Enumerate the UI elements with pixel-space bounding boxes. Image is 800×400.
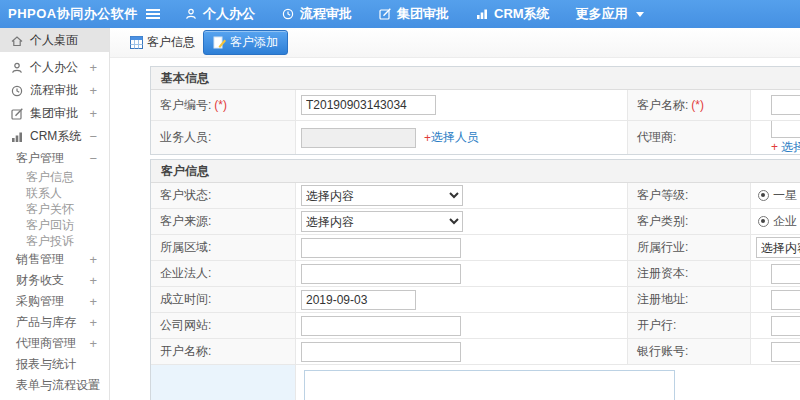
sidebar-item-label: 联系人	[26, 185, 62, 202]
collapse-toggle[interactable]: −	[89, 130, 97, 143]
sidebar-item-customer-management[interactable]: 客户管理 −	[0, 148, 109, 169]
agent-label-cell: 代理商:	[628, 121, 751, 154]
sidebar-item-reports-statistics[interactable]: 报表与统计	[0, 354, 109, 375]
sidebar-item-label: 流程审批	[30, 82, 78, 99]
required-mark: (*)	[691, 98, 704, 112]
sidebar-item-sales-management[interactable]: 销售管理 +	[0, 249, 109, 270]
customer-no-field-cell	[296, 90, 628, 120]
nav-more-apps[interactable]: 更多应用	[576, 5, 644, 23]
website-input[interactable]	[301, 316, 461, 336]
choose-agent-wrap: + 选择代理商	[771, 139, 800, 155]
sidebar-item-admin-office[interactable]: 行政办公 +	[0, 396, 109, 400]
field-label: 客户类别:	[637, 213, 688, 230]
sidebar-item-customer-complaint[interactable]: 客户投诉	[0, 233, 109, 249]
bank-input[interactable]	[771, 316, 800, 336]
sidebar-item-personal-desktop[interactable]: 个人桌面	[0, 28, 109, 52]
person-icon	[184, 7, 198, 21]
salesman-input[interactable]	[301, 128, 416, 148]
section-title: 客户信息	[151, 160, 800, 183]
founded-date-input[interactable]	[301, 290, 416, 310]
customer-name-input[interactable]	[771, 95, 800, 115]
top-nav: 个人办公 流程审批 集团审批 CRM系统 更多应用	[184, 5, 644, 23]
category-radio[interactable]	[758, 216, 769, 227]
industry-select[interactable]: 选择内容	[756, 237, 800, 258]
tab-label: 客户添加	[230, 34, 278, 51]
collapse-toggle[interactable]: −	[89, 152, 97, 165]
sidebar-item-personal-office[interactable]: 个人办公 +	[0, 56, 109, 79]
nav-crm-system[interactable]: CRM系统	[475, 5, 550, 23]
customer-status-select[interactable]: 选择内容	[301, 185, 463, 206]
field-label: 客户来源:	[160, 213, 211, 230]
edit-icon	[378, 7, 392, 21]
sidebar-item-customer-info[interactable]: 客户信息	[0, 169, 109, 185]
plus-mark: +	[771, 140, 778, 154]
sidebar-item-agent-management[interactable]: 代理商管理 +	[0, 333, 109, 354]
expand-toggle[interactable]: +	[89, 253, 97, 266]
field-label: 成立时间:	[160, 291, 211, 308]
field-label: 代理商:	[637, 129, 676, 146]
tab-customer-add[interactable]: 客户添加	[203, 30, 288, 55]
sidebar-item-group-approval[interactable]: 集团审批 +	[0, 102, 109, 125]
agent-input[interactable]	[771, 121, 800, 138]
sidebar-item-contacts[interactable]: 联系人	[0, 185, 109, 201]
field-label: 开户名称:	[160, 343, 211, 360]
field-label: 银行账号:	[637, 343, 688, 360]
sidebar-item-crm-system[interactable]: CRM系统 −	[0, 125, 109, 148]
expand-toggle[interactable]: +	[89, 379, 97, 392]
expand-toggle[interactable]: +	[89, 274, 97, 287]
registered-address-input[interactable]	[771, 290, 800, 310]
sidebar-item-process-approval[interactable]: 流程审批 +	[0, 79, 109, 102]
radio-label: 企业	[773, 213, 797, 230]
legal-person-input[interactable]	[301, 264, 461, 284]
field-label: 注册地址:	[637, 291, 688, 308]
choose-agent-link[interactable]: 选择代理商	[781, 140, 800, 154]
tab-customer-info[interactable]: 客户信息	[130, 34, 195, 51]
expand-toggle[interactable]: +	[89, 61, 97, 74]
nav-group-approval[interactable]: 集团审批	[378, 5, 449, 23]
registered-capital-input[interactable]	[771, 264, 800, 284]
customer-add-form: 基本信息 客户编号: (*) 客户名称: (*) 业	[150, 66, 800, 400]
add-page-icon	[213, 36, 226, 49]
sidebar-item-label: 客户回访	[26, 217, 74, 234]
nav-process-approval[interactable]: 流程审批	[281, 5, 352, 23]
sidebar-item-customer-revisit[interactable]: 客户回访	[0, 217, 109, 233]
customer-source-select[interactable]: 选择内容	[301, 211, 463, 232]
app-logo: PHPOA协同办公软件	[0, 5, 132, 23]
customer-no-input[interactable]	[301, 95, 436, 115]
nav-label: CRM系统	[494, 5, 550, 23]
nav-label: 个人办公	[203, 5, 255, 23]
expand-toggle[interactable]: +	[89, 316, 97, 329]
sidebar-item-label: 报表与统计	[16, 356, 76, 373]
menu-toggle-icon[interactable]	[146, 7, 160, 21]
agent-field-cell: + 选择代理商	[751, 121, 800, 154]
region-input[interactable]	[301, 238, 461, 258]
sidebar-item-label: 销售管理	[16, 251, 64, 268]
expand-toggle[interactable]: +	[89, 84, 97, 97]
expand-toggle[interactable]: +	[89, 295, 97, 308]
choose-person-link[interactable]: 选择人员	[431, 129, 479, 146]
bank-account-input[interactable]	[771, 342, 800, 362]
sidebar-item-finance[interactable]: 财务收支 +	[0, 270, 109, 291]
customer-name-label-cell: 客户名称: (*)	[628, 90, 751, 120]
sidebar: 个人桌面 个人办公 + 流程审批 + 集团审批 + CRM系统 − 客户管理 −…	[0, 28, 110, 400]
sidebar-item-form-process-settings[interactable]: 表单与流程设置 +	[0, 375, 109, 396]
sidebar-item-purchasing[interactable]: 采购管理 +	[0, 291, 109, 312]
chart-icon	[10, 130, 23, 143]
plus-mark: +	[424, 131, 431, 145]
expand-toggle[interactable]: +	[89, 337, 97, 350]
grid-icon	[130, 36, 143, 49]
expand-toggle[interactable]: +	[89, 107, 97, 120]
sidebar-item-label: 客户信息	[26, 169, 74, 186]
remark-textarea[interactable]	[304, 370, 675, 400]
sidebar-item-products-inventory[interactable]: 产品与库存 +	[0, 312, 109, 333]
edit-icon	[10, 107, 23, 120]
sidebar-item-label: 产品与库存	[16, 314, 76, 331]
salesman-field-cell: + 选择人员	[296, 121, 628, 154]
field-label: 所属行业:	[637, 239, 688, 256]
grade-radio[interactable]	[758, 190, 769, 201]
nav-personal-office[interactable]: 个人办公	[184, 5, 255, 23]
sidebar-item-label: 代理商管理	[16, 335, 76, 352]
nav-label: 集团审批	[397, 5, 449, 23]
account-name-input[interactable]	[301, 342, 461, 362]
sidebar-item-customer-care[interactable]: 客户关怀	[0, 201, 109, 217]
